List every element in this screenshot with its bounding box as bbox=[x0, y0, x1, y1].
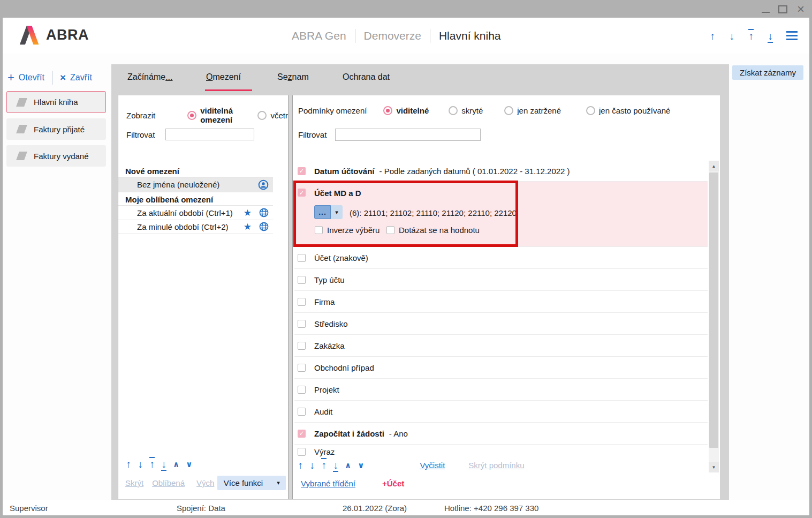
checkbox-unchecked-icon[interactable] bbox=[298, 298, 306, 306]
move-bottom-icon[interactable]: ↓ bbox=[332, 459, 339, 471]
collapse-icon[interactable]: ∧ bbox=[344, 460, 352, 470]
nav-last-icon[interactable]: ↓ bbox=[767, 29, 773, 42]
condition-row-projekt[interactable]: Projekt bbox=[294, 379, 708, 401]
sidebar-item-hlavni-kniha[interactable]: Hlavní kniha bbox=[6, 91, 106, 113]
scrollbar-thumb[interactable] bbox=[709, 172, 718, 448]
restriction-item-unsaved[interactable]: Bez jména (neuložené) bbox=[118, 177, 273, 192]
move-top-icon[interactable]: ↑ bbox=[321, 459, 327, 471]
globe-icon[interactable] bbox=[259, 208, 269, 217]
tab-ochrana-dat[interactable]: Ochrana dat bbox=[343, 72, 390, 82]
checkbox-checked-icon[interactable]: ✓ bbox=[298, 189, 306, 197]
maximize-button[interactable] bbox=[776, 3, 790, 15]
checkbox-unchecked-icon[interactable] bbox=[298, 254, 306, 262]
get-records-button[interactable]: Získat záznamy bbox=[732, 65, 803, 80]
condition-row-firma[interactable]: Firma bbox=[294, 291, 708, 313]
checkbox-unchecked-icon[interactable] bbox=[315, 226, 323, 234]
nav-down-icon[interactable]: ↓ bbox=[728, 29, 735, 42]
condition-row-datum-uctovani[interactable]: ✓ Datum účtování - Podle zadaných datumů… bbox=[294, 161, 708, 182]
selected-sorting-link[interactable]: Vybrané třídění bbox=[301, 479, 355, 488]
conditions-filter-input[interactable] bbox=[335, 129, 481, 141]
nav-up-icon[interactable]: ↑ bbox=[709, 29, 716, 42]
nav-first-icon[interactable]: ↑ bbox=[748, 29, 754, 42]
checkbox-unchecked-icon[interactable] bbox=[298, 320, 306, 328]
sidebar-item-faktury-vydane[interactable]: Faktury vydané bbox=[6, 145, 106, 167]
tab-omezeni[interactable]: Omezení bbox=[206, 72, 241, 82]
condition-row-zapocitat-i-zadosti[interactable]: ✓ Započítat i žádosti - Ano bbox=[294, 423, 708, 445]
close-button[interactable]: × bbox=[794, 3, 808, 15]
hide-link[interactable]: Skrýt bbox=[125, 478, 143, 487]
menu-icon[interactable] bbox=[786, 31, 798, 40]
star-icon[interactable]: ★ bbox=[244, 222, 252, 231]
show-label: Zobrazit bbox=[126, 111, 155, 120]
conditions-label: Podmínky omezení bbox=[298, 106, 367, 115]
add-account-button[interactable]: +Účet bbox=[382, 479, 404, 488]
favorites-link[interactable]: Oblíbená bbox=[152, 478, 185, 487]
expand-icon[interactable]: ∨ bbox=[185, 459, 193, 469]
hide-condition-link[interactable]: Skrýt podmínku bbox=[468, 461, 524, 470]
expand-icon[interactable]: ∨ bbox=[357, 460, 365, 470]
move-top-icon[interactable]: ↑ bbox=[149, 457, 155, 470]
condition-row-obchodni-pripad[interactable]: Obchodní případ bbox=[294, 357, 708, 379]
more-functions-label: Více funkci bbox=[224, 478, 263, 487]
book-icon bbox=[16, 98, 27, 107]
more-functions-button[interactable]: Více funkci ▾ bbox=[217, 476, 286, 490]
close-book-button[interactable]: × Zavřít bbox=[60, 73, 92, 82]
scroll-up-button[interactable]: ▲ bbox=[709, 161, 719, 171]
radio-visible-conditions[interactable]: viditelné bbox=[383, 106, 429, 115]
checkbox-unchecked-icon[interactable] bbox=[298, 342, 306, 350]
scroll-down-button[interactable]: ▼ bbox=[709, 462, 719, 472]
condition-row-stredisko[interactable]: Středisko bbox=[294, 313, 708, 335]
header-title-row: ABRA Gen Demoverze Hlavní kniha bbox=[292, 18, 501, 54]
move-down-icon[interactable]: ↓ bbox=[137, 457, 143, 470]
panel-splitter[interactable] bbox=[288, 95, 293, 499]
radio-hidden-conditions[interactable]: skryté bbox=[449, 106, 483, 115]
status-user: Supervisor bbox=[10, 504, 48, 513]
collapse-icon[interactable]: ∧ bbox=[172, 459, 180, 469]
account-selector-button[interactable]: ... ▾ bbox=[314, 205, 343, 219]
favorite-item-current-period[interactable]: Za aktuální období (Ctrl+1) ★ bbox=[118, 206, 273, 220]
filter-input[interactable] bbox=[165, 129, 254, 140]
ellipsis-button[interactable]: ... bbox=[314, 205, 331, 219]
condition-row-ucet-md-a-d[interactable]: ✓ Účet MD a D ... ▾ (6): 21101; 21102; 2… bbox=[294, 182, 708, 247]
condition-row-vyraz[interactable]: Výraz bbox=[294, 445, 708, 459]
condition-row-zakazka[interactable]: Zakázka bbox=[294, 335, 708, 357]
open-button[interactable]: + Otevřít bbox=[7, 73, 44, 82]
inverse-selection-checkbox[interactable]: Inverze výběru bbox=[315, 226, 380, 235]
checkbox-unchecked-icon[interactable] bbox=[298, 364, 306, 372]
globe-icon[interactable] bbox=[259, 222, 269, 231]
condition-row-ucet-znakove[interactable]: Účet (znakově) bbox=[294, 247, 708, 269]
radio-including-hidden[interactable]: včetr bbox=[257, 111, 288, 120]
sidebar-item-faktury-prijate[interactable]: Faktury přijaté bbox=[6, 118, 106, 140]
radio-checked-only[interactable]: jen zatržené bbox=[504, 106, 561, 115]
condition-row-audit[interactable]: Audit bbox=[294, 401, 708, 423]
checkbox-unchecked-icon[interactable] bbox=[386, 226, 394, 234]
tab-seznam[interactable]: Seznam bbox=[277, 72, 309, 82]
condition-row-typ-uctu[interactable]: Typ účtu bbox=[294, 269, 708, 291]
conditions-scrollbar[interactable]: ▲ ▼ bbox=[709, 161, 719, 472]
checkbox-checked-icon[interactable]: ✓ bbox=[298, 167, 306, 175]
radio-off-icon bbox=[504, 106, 513, 115]
checkbox-unchecked-icon[interactable] bbox=[298, 448, 306, 456]
clear-link[interactable]: Vyčistit bbox=[420, 461, 445, 470]
radio-often-used[interactable]: jen často používané bbox=[586, 106, 670, 115]
minimize-button[interactable] bbox=[758, 3, 772, 15]
move-up-icon[interactable]: ↑ bbox=[297, 459, 303, 471]
favorite-item-previous-period[interactable]: Za minulé období (Ctrl+2) ★ bbox=[118, 220, 273, 234]
move-down-icon[interactable]: ↓ bbox=[309, 459, 315, 471]
window-titlebar: × bbox=[0, 0, 812, 18]
checkbox-unchecked-icon[interactable] bbox=[298, 408, 306, 416]
checkbox-unchecked-icon[interactable] bbox=[298, 386, 306, 394]
restrictions-move-toolbar: ↑ ↓ ↑ ↓ ∧ ∨ bbox=[125, 457, 193, 470]
chevron-down-icon[interactable]: ▾ bbox=[331, 205, 343, 219]
move-up-icon[interactable]: ↑ bbox=[125, 457, 132, 470]
star-icon[interactable]: ★ bbox=[244, 208, 252, 217]
checkbox-unchecked-icon[interactable] bbox=[298, 276, 306, 284]
ask-for-value-checkbox[interactable]: Dotázat se na hodnotu bbox=[386, 226, 480, 235]
default-link[interactable]: Vých bbox=[196, 478, 214, 487]
move-bottom-icon[interactable]: ↓ bbox=[161, 457, 167, 470]
chevron-down-icon: ▾ bbox=[277, 479, 280, 486]
conditions-move-toolbar: ↑ ↓ ↑ ↓ ∧ ∨ Vyčistit Skrýt podmínku bbox=[297, 459, 525, 471]
tab-zaciname[interactable]: Začínáme... bbox=[127, 72, 172, 82]
radio-visible-restrictions[interactable]: viditelná omezení bbox=[187, 106, 238, 124]
checkbox-checked-icon[interactable]: ✓ bbox=[298, 430, 306, 438]
